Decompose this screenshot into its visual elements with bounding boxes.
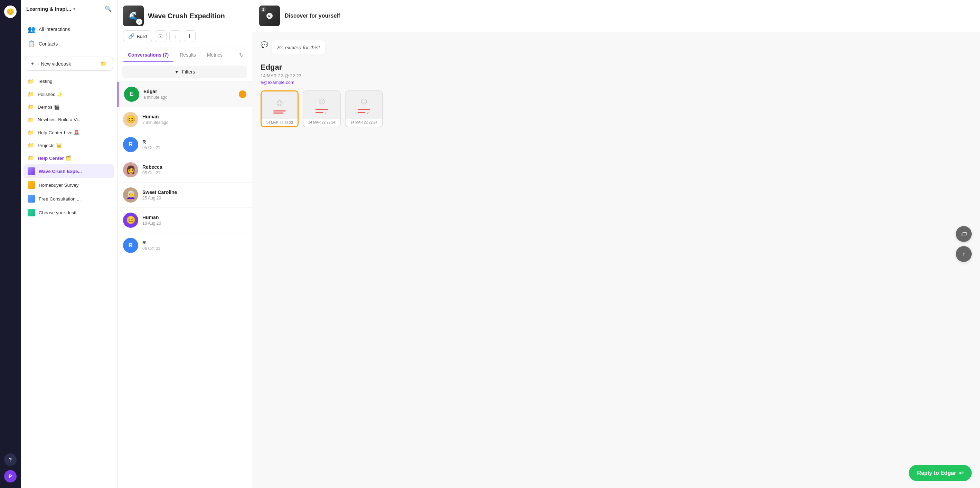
- tab-metrics[interactable]: Metrics: [202, 48, 228, 62]
- conv-avatar-sweet-caroline: 👩‍🦳: [123, 187, 138, 203]
- folder-label: Help Center 🗂️: [38, 155, 71, 161]
- folder-item-choose-dest[interactable]: Choose your desti... ⋯: [24, 206, 115, 220]
- play-button[interactable]: ▶: [266, 13, 273, 19]
- share-button[interactable]: ↑: [169, 30, 181, 42]
- video-line: [273, 111, 286, 111]
- tab-results[interactable]: Results: [175, 48, 201, 62]
- conv-info-sweet-caroline: Sweet Caroline 25 Aug 20: [142, 190, 236, 201]
- search-icon[interactable]: 🔍: [105, 6, 111, 12]
- resize-button[interactable]: ⊡: [155, 30, 167, 42]
- side-actions: 🏷 ↑: [956, 226, 972, 262]
- folder-item-newbies[interactable]: 📁 Newbies: Build a Vi... ⋯: [24, 113, 115, 126]
- folder-label: Free Consultation ...: [39, 196, 81, 201]
- refresh-icon: ↻: [239, 52, 243, 58]
- conv-item-r2[interactable]: R R 06 Oct 21 ⋯: [118, 233, 252, 258]
- folder-label: Wave Crush Expe...: [39, 169, 82, 174]
- video-card-3[interactable]: ☺ ✓ 14 MAR 22 22:24: [345, 90, 383, 127]
- video-card-date-1: 14 MAR 22 22:23: [262, 119, 298, 126]
- tab-conversations[interactable]: Conversations (7): [123, 48, 173, 62]
- main-content: 🌊 ↗ Wave Crush Expedition 🔗 Build ⊡ ↑: [118, 0, 980, 488]
- step-badge: 1: [261, 7, 266, 12]
- conv-info-rebecca: Rebecca 05 Oct 21: [142, 164, 236, 175]
- refresh-button[interactable]: ↻: [236, 50, 247, 60]
- folder-item-demos[interactable]: 📁 Demos 🎬 ⋯: [24, 100, 115, 113]
- folder-icon: 📁: [28, 142, 34, 148]
- conv-avatar-human2: 😊: [123, 212, 138, 228]
- download-icon: ⬇: [187, 33, 192, 40]
- conv-item-r1[interactable]: R R 05 Oct 21 ⋯: [118, 132, 252, 157]
- download-button[interactable]: ⬇: [184, 30, 196, 42]
- filters-bar: ▼ Filters: [118, 62, 252, 82]
- detail-top: ▶ 1 Discover for yourself: [252, 0, 980, 32]
- chevron-down-icon: ▾: [73, 6, 75, 11]
- conv-item-sweet-caroline[interactable]: 👩‍🦳 Sweet Caroline 25 Aug 20 ⋯: [118, 182, 252, 208]
- folder-item-help-center-live[interactable]: 📁 Help Center Live 🚨 ⋯: [24, 126, 115, 139]
- folder-item-projects[interactable]: 📁 Projects 👑 ⋯: [24, 139, 115, 152]
- face-icon: ☺: [317, 96, 327, 107]
- new-videoask-button[interactable]: + + New videoask 📁: [25, 57, 113, 71]
- video-card-inner-2: ☺ ✓: [304, 91, 340, 119]
- folder-item-free-consultation[interactable]: Free Consultation ... ⋯: [24, 192, 115, 206]
- user-name: Edgar: [261, 63, 972, 72]
- video-line: [358, 112, 365, 113]
- folder-item-polished[interactable]: 📁 Polished ✨ ⋯: [24, 88, 115, 100]
- folder-icon: 📁: [28, 91, 34, 97]
- video-card-date-3: 14 MAR 22 22:24: [345, 119, 382, 126]
- resize-icon: ⊡: [158, 33, 163, 40]
- conv-info-edgar: Edgar a minute ago: [143, 89, 235, 100]
- video-card-date-2: 14 MAR 22 22:24: [304, 119, 340, 126]
- user-avatar[interactable]: P: [4, 470, 17, 482]
- help-button[interactable]: ?: [4, 453, 17, 466]
- tabs-row: Conversations (7) Results Metrics ↻: [118, 48, 252, 62]
- sidebar-item-all-interactions[interactable]: 👥 All interactions: [24, 22, 115, 36]
- folder-thumb-homebuyer: [28, 181, 35, 189]
- folder-icon: 📁: [28, 78, 34, 84]
- face-icon: ☺: [359, 96, 369, 107]
- folder-item-testing[interactable]: 📁 Testing ⋯: [24, 75, 115, 88]
- reply-icon: ↩: [959, 470, 963, 476]
- build-button[interactable]: 🔗 Build: [123, 30, 152, 42]
- folder-label: Newbies: Build a Vi...: [38, 117, 81, 122]
- folder-item-homebuyer[interactable]: Homebuyer Survey ⋯: [24, 178, 115, 192]
- detail-body: 💬 So excited for this! Edgar 14 MAR 22 @…: [252, 32, 980, 465]
- videoask-title-row: 🌊 ↗ Wave Crush Expedition: [123, 6, 247, 26]
- conv-info-human2: Human 18 Aug 20: [142, 215, 236, 226]
- plus-icon: +: [31, 61, 34, 67]
- sidebar-header: Learning & Inspi... ▾ 🔍: [21, 0, 117, 18]
- workspace-title[interactable]: Learning & Inspi... ▾: [26, 6, 75, 12]
- sidebar-item-contacts[interactable]: 📋 Contacts: [24, 36, 115, 51]
- conv-avatar-r2: R: [123, 238, 138, 253]
- conversations-panel: 🌊 ↗ Wave Crush Expedition 🔗 Build ⊡ ↑: [118, 0, 252, 488]
- filters-button[interactable]: ▼ Filters: [123, 66, 247, 78]
- tag-action-button[interactable]: 🏷: [956, 226, 972, 242]
- folder-item-help-center[interactable]: 📁 Help Center 🗂️ ⋯: [24, 152, 115, 164]
- conv-item-rebecca[interactable]: 👩 Rebecca 05 Oct 21 ⋯: [118, 157, 252, 182]
- app-logo: 😊: [4, 6, 17, 18]
- videoask-header: 🌊 ↗ Wave Crush Expedition 🔗 Build ⊡ ↑: [118, 0, 252, 48]
- folder-thumb-wave-crush: [28, 167, 35, 175]
- folder-label: Choose your desti...: [39, 210, 80, 215]
- sidebar: Learning & Inspi... ▾ 🔍 👥 All interactio…: [21, 0, 118, 488]
- folder-icon: 📁: [28, 104, 34, 110]
- user-date: 14 MAR 22 @ 22:23: [261, 73, 972, 78]
- sidebar-header-actions: 🔍: [105, 6, 111, 12]
- folder-icon: 📁: [28, 117, 34, 123]
- conversation-list: E Edgar a minute ago 😊 Human 2 minutes a…: [118, 82, 252, 488]
- folder-label: Homebuyer Survey: [39, 182, 79, 188]
- video-line: [273, 112, 283, 114]
- video-card-1[interactable]: ☺ 14 MAR 22 22:23: [261, 90, 299, 127]
- conv-item-human1[interactable]: 😊 Human 2 minutes ago ⋯: [118, 107, 252, 132]
- conv-info-r1: R 05 Oct 21: [142, 139, 236, 150]
- conv-item-human2[interactable]: 😊 Human 18 Aug 20 ⋯: [118, 208, 252, 233]
- build-icon: 🔗: [128, 33, 135, 40]
- folder-icon: 📁: [28, 155, 34, 161]
- folder-thumb-free-consultation: [28, 195, 35, 203]
- reply-button[interactable]: Reply to Edgar ↩: [909, 465, 972, 481]
- detail-video-thumb[interactable]: ▶ 1: [259, 6, 280, 26]
- video-card-2[interactable]: ☺ ✓ 14 MAR 22 22:24: [303, 90, 341, 127]
- videoask-title: Wave Crush Expedition: [148, 12, 225, 20]
- video-card-inner-1: ☺: [262, 92, 298, 119]
- share-action-button[interactable]: ↑: [956, 246, 972, 262]
- folder-item-wave-crush[interactable]: Wave Crush Expe... ⋯: [24, 164, 115, 178]
- conv-item-edgar[interactable]: E Edgar a minute ago: [118, 82, 252, 107]
